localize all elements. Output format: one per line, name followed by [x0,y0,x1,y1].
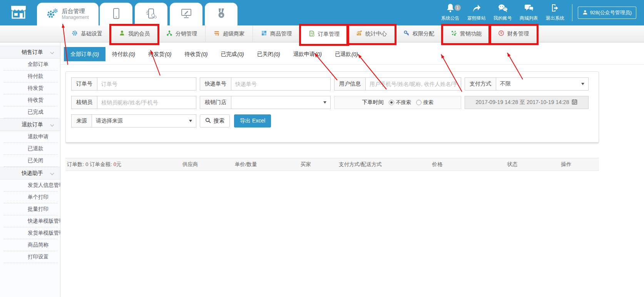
sidebar-item-sender-info[interactable]: 发货人信息管理 [4,180,58,191]
tab-refund-request[interactable]: 退款申请(0) [287,47,328,61]
quick-link-station[interactable]: 霖熙驿站 [463,4,490,22]
nav-item-statistics[interactable]: 统计中心 [348,25,395,42]
order-time-label: 下单时间 [362,99,384,106]
tab-closed[interactable]: 已关闭(0) [251,47,287,61]
tab-pending-shipment[interactable]: 待发货(0) [142,47,178,61]
export-excel-button[interactable]: 导出 Excel [234,114,271,128]
tab-pending-payment[interactable]: 待付款(0) [105,47,142,61]
stats-chart-icon [356,30,362,37]
sidebar-section-express-assistant[interactable]: 快递助手 [0,167,60,180]
store-select[interactable] [231,96,331,109]
sidebar-item-closed[interactable]: 已关闭 [4,155,58,167]
sidebar-item-refunded[interactable]: 已退款 [4,143,58,155]
chevron-down-icon [50,171,54,175]
tab-completed[interactable]: 已完成(0) [214,47,251,61]
main-content: 全部订单(0) 待付款(0) 待发货(0) 待收货(0) 已完成(0) 已关闭(… [60,42,644,297]
pay-type-label: 支付方式 [465,77,496,91]
column-price-qty: 单价/数量 [214,161,278,168]
sidebar-item-completed[interactable]: 已完成 [4,106,58,118]
current-user-label: 928(公众号管理员) [590,9,632,16]
sidebar-item-refund-request[interactable]: 退款申请 [4,131,58,143]
sidebar-item-print-settings[interactable]: 打印设置 [4,251,58,263]
user-info-label: 用户信息 [334,77,365,91]
order-time-search-radio[interactable]: 搜索 [416,99,433,106]
admin-page: 后台管理 Management ★ [0,0,644,297]
dropdown-caret-icon [581,83,584,85]
sidebar-item-pending-payment[interactable]: 待付款 [4,70,58,82]
tab-refunded[interactable]: 已退款(0) [328,47,365,61]
order-doc-icon [309,30,315,38]
sidebar-item-shipping-template[interactable]: 发货单模版管理 [4,227,58,239]
nav-item-basic-settings[interactable]: 基础设置 [64,25,111,42]
tab-desktop-site[interactable] [170,3,202,25]
column-status: 状态 [487,161,537,168]
merchant-icon [214,30,220,37]
svg-text:¥: ¥ [500,31,502,35]
radio-selected-icon [389,100,394,105]
sidebar-section-refund-orders[interactable]: 退款订单 [0,118,60,131]
sidebar-item-express-template[interactable]: 快递单模版管理 [4,215,58,227]
quick-link-announcements[interactable]: 1 系统公告 [437,4,463,22]
column-price: 价格 [387,161,487,168]
tab-membership[interactable]: ★ [205,3,238,25]
orders-table-header: 订单数: 0 订单金额: 0元 供应商 单价/数量 买家 支付方式/配送方式 价… [65,158,599,171]
wechat-icon [497,3,508,14]
tab-mobile-apps[interactable] [135,3,167,25]
finance-yen-icon: ¥ [498,30,504,37]
nav-item-orders[interactable]: 订单管理 [300,25,348,43]
sidebar-item-batch-print[interactable]: 批量打印 [4,203,58,215]
nav-item-finance[interactable]: ¥ 财务管理 [490,25,537,42]
quick-link-logout[interactable]: 退出系统 [542,4,568,22]
verifier-input[interactable] [101,99,192,106]
nav-item-permissions[interactable]: 权限分配 [395,25,443,42]
svg-text:★: ★ [219,13,223,17]
sidebar-item-single-print[interactable]: 单个打印 [4,191,58,203]
desktop-edit-icon [181,8,192,20]
column-buyer: 买家 [278,161,333,168]
date-range-picker[interactable]: 2017-09-19 14:28 至 2017-10-19 14:28 [465,96,589,109]
sidebar-item-pending-shipment[interactable]: 待发货 [4,82,58,94]
source-select[interactable]: 请选择来源 [92,114,196,128]
express-no-input[interactable] [235,81,326,87]
bell-icon [445,3,455,14]
current-user-button[interactable]: 928(公众号管理员) [578,7,636,19]
dropdown-caret-icon [189,120,192,122]
sidebar-item-all-orders[interactable]: 全部订单 [4,59,58,70]
redirect-arrow-icon [472,3,482,14]
orders-summary: 订单数: 0 订单金额: 0元 [65,161,166,168]
store-logo[interactable] [0,0,37,25]
backend-management-title: 后台管理 [62,8,89,15]
sidebar-item-pending-receipt[interactable]: 待收货 [4,94,58,106]
pay-type-select[interactable]: 不限 [496,77,589,91]
order-time-no-search-radio[interactable]: 不搜索 [389,99,411,106]
nav-item-super-merchant[interactable]: 超级商家 [206,25,253,42]
search-button[interactable]: 搜索 [200,114,230,128]
top-tabs: 后台管理 Management ★ [37,0,239,25]
quick-link-my-account[interactable]: 我的账号 [490,4,516,22]
key-icon [403,30,410,37]
column-actions: 操作 [537,161,595,168]
tab-pending-receipt[interactable]: 待收货(0) [178,47,214,61]
order-no-input[interactable] [101,81,192,87]
nav-item-marketing[interactable]: 营销功能 [443,25,490,42]
sidebar-item-product-abbr[interactable]: 商品简称 [4,239,58,251]
search-icon [205,117,211,124]
nav-item-my-members[interactable]: 我的会员 [111,25,158,42]
sidebar-section-sales-orders[interactable]: 销售订单 [0,46,60,59]
medal-icon: ★ [216,8,226,21]
tab-backend-management[interactable]: 后台管理 Management [37,3,99,25]
tab-mobile[interactable] [100,3,132,25]
user-info-input[interactable] [370,81,457,87]
quick-link-mall-list[interactable]: 商城列表 [516,4,542,22]
mobile-icon [112,8,120,21]
order-status-tabs: 全部订单(0) 待付款(0) 待发货(0) 待收货(0) 已完成(0) 已关闭(… [60,47,644,65]
nav-item-goods[interactable]: 商品管理 [253,25,300,42]
nav-item-distribution[interactable]: 分销管理 [158,25,206,42]
gears-icon [47,8,58,20]
tab-all-orders[interactable]: 全部订单(0) [64,47,105,61]
express-no-label: 快递单号 [200,77,231,91]
quick-link-label: 系统公告 [441,15,460,22]
quick-link-label: 退出系统 [546,15,564,22]
sidebar: 销售订单 全部订单 待付款 待发货 待收货 已完成 退款订单 退款申请 已退款 … [0,42,60,297]
calendar-icon [572,99,577,106]
